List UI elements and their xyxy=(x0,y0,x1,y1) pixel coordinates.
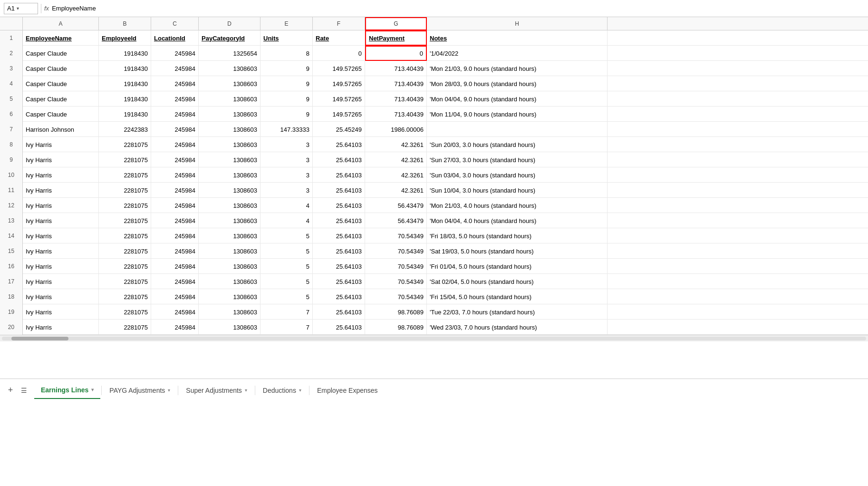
table-cell[interactable]: 'Sat 02/04, 5.0 hours (standard hours) xyxy=(427,274,608,289)
scroll-thumb[interactable] xyxy=(11,337,68,340)
table-cell[interactable]: LocationId xyxy=(151,30,199,46)
table-cell[interactable]: 9 xyxy=(260,107,313,122)
table-cell[interactable]: 70.54349 xyxy=(365,289,427,304)
table-cell[interactable]: Ivy Harris xyxy=(23,304,99,320)
table-cell[interactable]: 1308603 xyxy=(199,213,260,228)
table-cell[interactable]: 5 xyxy=(260,274,313,289)
table-cell[interactable]: 1308603 xyxy=(199,152,260,167)
sheet-tab-deductions[interactable]: Deductions▾ xyxy=(256,382,308,399)
table-cell[interactable]: 'Fri 01/04, 5.0 hours (standard hours) xyxy=(427,259,608,274)
table-cell[interactable]: 1308603 xyxy=(199,289,260,304)
table-cell[interactable]: 2281075 xyxy=(99,183,151,198)
table-cell[interactable]: 3 xyxy=(260,152,313,167)
table-cell[interactable]: 713.40439 xyxy=(365,107,427,122)
table-cell[interactable]: Harrison Johnson xyxy=(23,122,99,137)
table-cell[interactable]: 7 xyxy=(260,304,313,320)
table-cell[interactable]: 245984 xyxy=(151,122,199,137)
table-cell[interactable]: 2242383 xyxy=(99,122,151,137)
table-cell[interactable]: 245984 xyxy=(151,76,199,91)
table-cell[interactable]: '1/04/2022 xyxy=(427,46,608,61)
table-cell[interactable]: Ivy Harris xyxy=(23,259,99,274)
table-cell[interactable]: 149.57265 xyxy=(313,76,365,91)
table-cell[interactable]: EmployeeId xyxy=(99,30,151,46)
sheet-menu-button[interactable]: ☰ xyxy=(17,384,30,397)
table-cell[interactable]: 245984 xyxy=(151,198,199,213)
table-cell[interactable]: 1308603 xyxy=(199,259,260,274)
table-cell[interactable]: Ivy Harris xyxy=(23,167,99,183)
table-cell[interactable]: 149.57265 xyxy=(313,61,365,76)
table-cell[interactable]: 2281075 xyxy=(99,213,151,228)
table-cell[interactable]: Ivy Harris xyxy=(23,243,99,259)
table-cell[interactable]: 1308603 xyxy=(199,243,260,259)
col-header-g[interactable]: G xyxy=(365,17,427,30)
table-cell[interactable]: 1308603 xyxy=(199,61,260,76)
table-cell[interactable]: 2281075 xyxy=(99,320,151,335)
col-header-h[interactable]: H xyxy=(427,17,608,30)
table-cell[interactable]: 1918430 xyxy=(99,107,151,122)
col-header-b[interactable]: B xyxy=(99,17,151,30)
table-cell[interactable]: 3 xyxy=(260,137,313,152)
table-cell[interactable]: 98.76089 xyxy=(365,304,427,320)
table-cell[interactable]: 149.57265 xyxy=(313,107,365,122)
table-cell[interactable]: 1308603 xyxy=(199,137,260,152)
table-cell[interactable]: Ivy Harris xyxy=(23,198,99,213)
table-cell[interactable]: 245984 xyxy=(151,152,199,167)
table-cell[interactable]: Ivy Harris xyxy=(23,320,99,335)
table-cell[interactable]: 1308603 xyxy=(199,304,260,320)
table-cell[interactable]: 'Sun 10/04, 3.0 hours (standard hours) xyxy=(427,183,608,198)
table-cell[interactable]: 1918430 xyxy=(99,61,151,76)
col-header-c[interactable]: C xyxy=(151,17,199,30)
table-cell[interactable]: 5 xyxy=(260,289,313,304)
table-cell[interactable]: 245984 xyxy=(151,243,199,259)
table-cell[interactable]: Units xyxy=(260,30,313,46)
table-cell[interactable]: 1308603 xyxy=(199,320,260,335)
table-cell[interactable]: 713.40439 xyxy=(365,91,427,107)
table-cell[interactable]: 25.64103 xyxy=(313,228,365,243)
table-cell[interactable]: 149.57265 xyxy=(313,91,365,107)
sheet-tab-payg-adjustments[interactable]: PAYG Adjustments▾ xyxy=(103,382,177,399)
table-cell[interactable]: 'Sun 20/03, 3.0 hours (standard hours) xyxy=(427,137,608,152)
table-cell[interactable]: Ivy Harris xyxy=(23,183,99,198)
col-header-a[interactable]: A xyxy=(23,17,99,30)
table-cell[interactable]: 9 xyxy=(260,91,313,107)
table-cell[interactable]: 'Mon 04/04, 9.0 hours (standard hours) xyxy=(427,91,608,107)
table-cell[interactable]: 9 xyxy=(260,61,313,76)
table-cell[interactable]: 5 xyxy=(260,259,313,274)
table-cell[interactable]: 5 xyxy=(260,228,313,243)
table-cell[interactable]: 1308603 xyxy=(199,183,260,198)
table-cell[interactable]: 245984 xyxy=(151,61,199,76)
scroll-track[interactable] xyxy=(2,337,866,340)
table-cell[interactable]: 25.64103 xyxy=(313,137,365,152)
table-cell[interactable]: 25.64103 xyxy=(313,274,365,289)
table-cell[interactable]: 2281075 xyxy=(99,304,151,320)
table-cell[interactable]: 245984 xyxy=(151,183,199,198)
table-cell[interactable]: 25.64103 xyxy=(313,213,365,228)
table-cell[interactable]: 245984 xyxy=(151,167,199,183)
sheet-tab-employee-expenses[interactable]: Employee Expenses xyxy=(310,382,385,399)
table-cell[interactable]: 'Mon 28/03, 9.0 hours (standard hours) xyxy=(427,76,608,91)
table-cell[interactable]: 70.54349 xyxy=(365,243,427,259)
table-cell[interactable]: EmployeeName xyxy=(23,30,99,46)
table-cell[interactable]: 245984 xyxy=(151,289,199,304)
table-cell[interactable]: PayCategoryId xyxy=(199,30,260,46)
table-cell[interactable]: Notes xyxy=(427,30,608,46)
table-cell[interactable]: 56.43479 xyxy=(365,213,427,228)
table-cell[interactable]: 1308603 xyxy=(199,107,260,122)
table-cell[interactable]: 'Wed 23/03, 7.0 hours (standard hours) xyxy=(427,320,608,335)
table-cell[interactable]: Casper Claude xyxy=(23,107,99,122)
table-cell[interactable]: 25.64103 xyxy=(313,167,365,183)
table-cell[interactable]: 'Fri 15/04, 5.0 hours (standard hours) xyxy=(427,289,608,304)
table-cell[interactable]: 2281075 xyxy=(99,198,151,213)
table-cell[interactable]: 0 xyxy=(365,46,427,61)
table-cell[interactable]: 42.3261 xyxy=(365,183,427,198)
table-cell[interactable]: 2281075 xyxy=(99,167,151,183)
table-cell[interactable]: Ivy Harris xyxy=(23,289,99,304)
table-cell[interactable]: 'Sun 03/04, 3.0 hours (standard hours) xyxy=(427,167,608,183)
horizontal-scrollbar[interactable] xyxy=(0,335,868,341)
table-cell[interactable]: 'Tue 22/03, 7.0 hours (standard hours) xyxy=(427,304,608,320)
table-cell[interactable]: 25.64103 xyxy=(313,183,365,198)
table-cell[interactable]: 245984 xyxy=(151,137,199,152)
table-cell[interactable]: 'Mon 21/03, 4.0 hours (standard hours) xyxy=(427,198,608,213)
table-cell[interactable]: 245984 xyxy=(151,304,199,320)
table-cell[interactable]: 56.43479 xyxy=(365,198,427,213)
